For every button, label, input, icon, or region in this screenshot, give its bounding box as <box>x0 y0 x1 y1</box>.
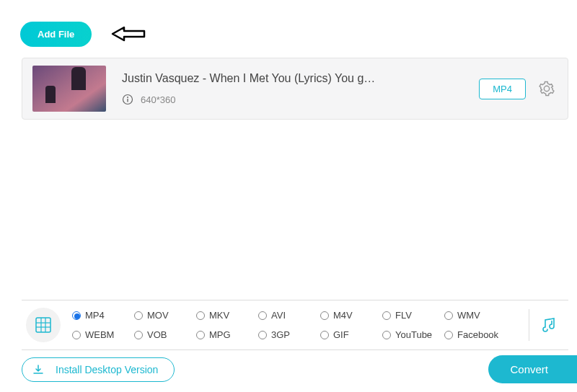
arrow-annotation-icon <box>111 26 146 45</box>
format-option-m4v[interactable]: M4V <box>320 310 382 321</box>
radio-icon <box>382 331 391 339</box>
format-label: YouTube <box>395 329 432 340</box>
format-option-facebook[interactable]: Facebook <box>444 329 506 340</box>
format-option-webm[interactable]: WEBM <box>72 329 134 340</box>
svg-point-1 <box>127 97 128 98</box>
format-label: 3GP <box>271 329 290 340</box>
output-format-badge[interactable]: MP4 <box>479 79 526 99</box>
install-desktop-button[interactable]: Install Desktop Version <box>22 357 175 382</box>
format-option-youtube[interactable]: YouTube <box>382 329 444 340</box>
format-label: MOV <box>147 310 169 321</box>
format-label: VOB <box>147 329 167 340</box>
video-thumbnail[interactable] <box>32 66 106 112</box>
format-label: WEBM <box>85 329 114 340</box>
format-option-vob[interactable]: VOB <box>134 329 196 340</box>
format-option-mpg[interactable]: MPG <box>196 329 258 340</box>
format-grid: MP4MOVMKVAVIM4VFLVWMVWEBMVOBMPG3GPGIFYou… <box>72 310 523 340</box>
audio-tab-icon[interactable] <box>539 314 561 336</box>
format-option-wmv[interactable]: WMV <box>444 310 506 321</box>
format-label: Facebook <box>457 329 498 340</box>
radio-icon <box>320 331 329 339</box>
format-label: MP4 <box>85 310 105 321</box>
radio-icon <box>134 311 143 320</box>
format-option-gif[interactable]: GIF <box>320 329 382 340</box>
radio-icon <box>72 311 81 320</box>
file-item: Justin Vasquez - When I Met You (Lyrics)… <box>22 58 568 120</box>
format-divider <box>529 309 529 341</box>
file-resolution: 640*360 <box>141 94 175 105</box>
format-label: MKV <box>209 310 229 321</box>
radio-icon <box>444 331 453 339</box>
format-label: FLV <box>395 310 412 321</box>
download-icon <box>32 364 44 375</box>
format-label: GIF <box>333 329 349 340</box>
radio-icon <box>134 331 143 339</box>
install-label: Install Desktop Version <box>56 364 158 375</box>
radio-icon <box>258 311 267 320</box>
file-meta: 640*360 <box>122 94 479 105</box>
svg-rect-2 <box>127 99 128 102</box>
svg-rect-3 <box>36 318 50 332</box>
file-title: Justin Vasquez - When I Met You (Lyrics)… <box>122 72 479 85</box>
format-label: M4V <box>333 310 353 321</box>
convert-button[interactable]: Convert <box>488 355 577 383</box>
format-option-avi[interactable]: AVI <box>258 310 320 321</box>
format-label: AVI <box>271 310 286 321</box>
file-info: Justin Vasquez - When I Met You (Lyrics)… <box>122 72 479 105</box>
info-icon[interactable] <box>122 94 133 105</box>
format-selection-bar: MP4MOVMKVAVIM4VFLVWMVWEBMVOBMPG3GPGIFYou… <box>22 300 568 350</box>
format-option-flv[interactable]: FLV <box>382 310 444 321</box>
format-option-mp4[interactable]: MP4 <box>72 310 134 321</box>
format-label: WMV <box>457 310 480 321</box>
format-option-3gp[interactable]: 3GP <box>258 329 320 340</box>
format-option-mkv[interactable]: MKV <box>196 310 258 321</box>
radio-icon <box>196 331 205 339</box>
radio-icon <box>382 311 391 320</box>
format-label: MPG <box>209 329 231 340</box>
radio-icon <box>72 331 81 339</box>
video-tab-icon[interactable] <box>26 308 61 342</box>
radio-icon <box>444 311 453 320</box>
bottom-bar: Install Desktop Version Convert <box>22 355 577 383</box>
gear-icon[interactable] <box>539 81 555 97</box>
radio-icon <box>258 331 267 339</box>
add-file-button[interactable]: Add File <box>20 22 92 47</box>
radio-icon <box>196 311 205 320</box>
format-option-mov[interactable]: MOV <box>134 310 196 321</box>
radio-icon <box>320 311 329 320</box>
